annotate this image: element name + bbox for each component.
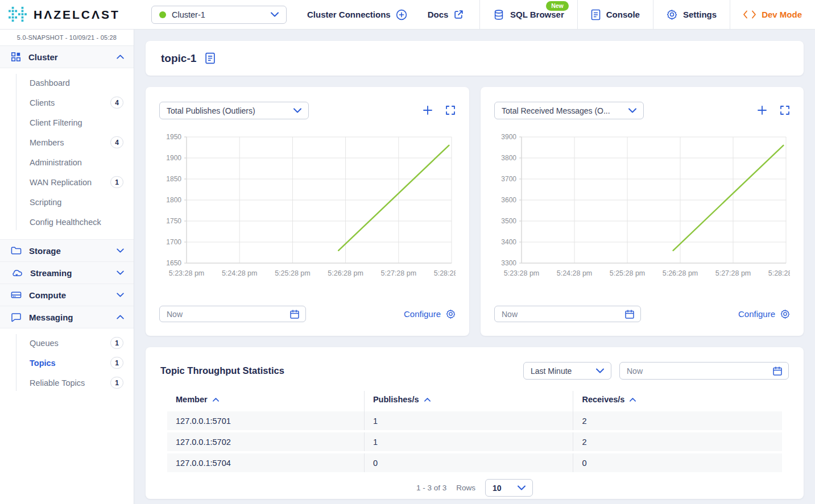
sidebar-section-storage[interactable]: Storage	[0, 240, 134, 262]
svg-text:3800: 3800	[501, 154, 516, 162]
sidebar-item-dashboard[interactable]: Dashboard	[0, 73, 134, 93]
publishes-line-chart: 16501700175018001850190019505:23:28 pm5:…	[159, 134, 456, 280]
metric-select-publishes[interactable]: Total Publishes (Outliers)	[159, 102, 309, 119]
publishes-cell: 1	[364, 432, 573, 451]
sidebar-item-topics[interactable]: Topics 1	[0, 353, 134, 373]
sidebar-item-config-healthcheck[interactable]: Config Healthcheck	[0, 212, 134, 232]
configure-link[interactable]: Configure	[738, 309, 790, 319]
sidebar-item-administration[interactable]: Administration	[0, 152, 134, 172]
sidebar-item-wan-replication[interactable]: WAN Replication 1	[0, 172, 134, 192]
external-link-icon	[453, 9, 464, 20]
chevron-down-icon	[117, 248, 124, 253]
svg-text:3300: 3300	[501, 259, 516, 267]
sidebar-item-scripting[interactable]: Scripting	[0, 192, 134, 212]
docs-link[interactable]: Docs	[428, 9, 465, 20]
sort-asc-icon	[630, 398, 636, 402]
calendar-icon	[289, 309, 300, 319]
count-badge: 4	[110, 136, 123, 148]
chevron-down-icon	[518, 485, 526, 490]
svg-text:5:25:28 pm: 5:25:28 pm	[275, 269, 311, 277]
svg-text:5:26:28 pm: 5:26:28 pm	[328, 269, 363, 277]
cluster-status-dot	[159, 11, 166, 18]
settings-label: Settings	[683, 10, 717, 19]
time-picker-input[interactable]: Now	[159, 306, 306, 322]
page-title: topic-1	[161, 52, 196, 65]
top-bar: HΛZELCΛST Cluster-1 Cluster Connections …	[0, 0, 815, 30]
chevron-down-icon	[117, 293, 124, 297]
cluster-selector-dropdown[interactable]: Cluster-1	[151, 6, 287, 24]
plus-circle-icon	[396, 9, 407, 20]
sidebar-item-client-filtering[interactable]: Client Filtering	[0, 113, 134, 132]
chevron-down-icon	[628, 108, 636, 113]
console-label: Console	[606, 10, 640, 19]
table-title: Topic Throughput Statistics	[160, 365, 284, 376]
column-header-receives[interactable]: Receives/s	[573, 391, 782, 411]
grid-icon	[11, 52, 21, 62]
metric-select-received[interactable]: Total Received Messages (O...	[494, 102, 644, 119]
sidebar-section-streaming[interactable]: Streaming	[0, 262, 134, 284]
configure-link[interactable]: Configure	[404, 309, 456, 319]
sidebar-item-clients[interactable]: Clients 4	[0, 93, 134, 113]
column-header-member[interactable]: Member	[167, 391, 364, 411]
throughput-stats-card: Topic Throughput Statistics Last Minute …	[146, 347, 804, 499]
time-range-select[interactable]: Last Minute	[523, 362, 611, 380]
column-header-publishes[interactable]: Publishes/s	[364, 391, 573, 411]
code-brackets-icon	[743, 10, 756, 19]
sidebar-item-members[interactable]: Members 4	[0, 132, 134, 152]
member-cell: 127.0.0.1:5702	[167, 432, 364, 451]
chevron-up-icon	[117, 55, 124, 59]
version-info: 5.0-SNAPSHOT - 10/09/21 - 05:28	[0, 30, 134, 46]
sidebar-item-queues[interactable]: Queues 1	[0, 333, 134, 353]
svg-text:5:23:28 pm: 5:23:28 pm	[169, 269, 205, 277]
folder-icon	[11, 246, 22, 255]
rows-per-page-label: Rows	[456, 484, 475, 492]
chevron-down-icon	[271, 12, 279, 17]
sidebar-section-compute[interactable]: Compute	[0, 284, 134, 306]
sql-browser-button[interactable]: New SQL Browser	[479, 0, 577, 29]
docs-label: Docs	[428, 10, 449, 19]
sidebar-section-messaging[interactable]: Messaging	[0, 306, 134, 328]
receives-cell: 0	[573, 453, 782, 472]
svg-text:1700: 1700	[166, 238, 181, 246]
cluster-connections-button[interactable]: Cluster Connections	[307, 9, 407, 20]
svg-text:1650: 1650	[166, 259, 181, 267]
console-button[interactable]: Console	[577, 0, 653, 29]
fullscreen-icon[interactable]	[780, 105, 790, 115]
time-picker-input[interactable]: Now	[494, 306, 641, 322]
received-messages-line-chart: 33003400350036003700380039005:23:28 pm5:…	[494, 134, 790, 280]
sql-browser-label: SQL Browser	[510, 10, 564, 19]
settings-button[interactable]: Settings	[653, 0, 730, 29]
add-chart-icon[interactable]	[422, 105, 433, 116]
svg-text:5:24:28 pm: 5:24:28 pm	[222, 269, 258, 277]
fullscreen-icon[interactable]	[445, 105, 456, 115]
throughput-table: Member Publishes/s Receives/s	[167, 391, 782, 472]
rows-per-page-select[interactable]: 10	[485, 479, 533, 497]
sidebar: 5.0-SNAPSHOT - 10/09/21 - 05:28 Cluster …	[0, 30, 134, 504]
svg-text:5:28:28 pm: 5:28:28 pm	[434, 269, 456, 277]
count-badge: 1	[110, 337, 123, 349]
sort-asc-icon	[213, 398, 219, 402]
gear-icon	[780, 309, 790, 319]
svg-text:1750: 1750	[166, 217, 181, 225]
topic-doc-icon[interactable]	[205, 52, 216, 64]
topbar-actions: New SQL Browser Console Settings	[479, 0, 815, 29]
add-chart-icon[interactable]	[756, 105, 768, 116]
calendar-icon	[772, 366, 783, 376]
sidebar-item-reliable-topics[interactable]: Reliable Topics 1	[0, 373, 134, 393]
svg-text:1850: 1850	[166, 175, 181, 183]
sidebar-section-cluster[interactable]: Cluster	[0, 46, 134, 68]
chevron-down-icon	[117, 270, 124, 275]
cluster-selector-value: Cluster-1	[172, 10, 205, 19]
table-row: 127.0.0.1:5704 0 0	[167, 453, 782, 472]
svg-text:3900: 3900	[501, 134, 516, 141]
time-picker-input[interactable]: Now	[619, 362, 789, 380]
sort-asc-icon	[424, 398, 431, 402]
svg-text:5:28:28 pm: 5:28:28 pm	[768, 269, 790, 277]
chat-bubble-icon	[11, 313, 22, 322]
calendar-icon	[624, 309, 635, 319]
dev-mode-button[interactable]: Dev Mode	[730, 0, 815, 29]
gear-icon	[446, 309, 456, 319]
chevron-up-icon	[117, 315, 124, 319]
hazelcast-logo-icon	[7, 6, 28, 23]
svg-text:5:24:28 pm: 5:24:28 pm	[557, 269, 593, 277]
